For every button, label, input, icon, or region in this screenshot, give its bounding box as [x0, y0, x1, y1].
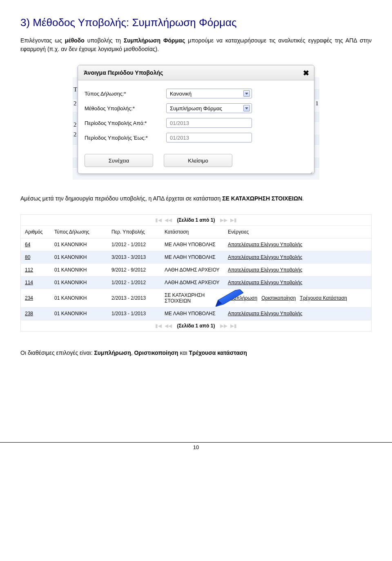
- row-status: ΣΕ ΚΑΤΑΧΩΡΗΣΗ ΣΤΟΙΧΕΙΩΝ: [160, 289, 224, 307]
- intro-text: Επιλέγοντας ως: [20, 37, 65, 44]
- row-type: 01 ΚΑΝΟΝΙΚΗ: [50, 238, 107, 251]
- submission-method-label: Μέθοδος Υποβολής:*: [85, 105, 166, 111]
- row-period: 1/2012 - 1/2012: [107, 238, 160, 251]
- chevron-down-icon: [243, 90, 250, 97]
- row-id-link[interactable]: 64: [25, 242, 30, 247]
- row-actions: Αποτελέσματα Ελέγχου Υποβολής: [224, 276, 371, 289]
- footer-bold-2: Οριστικοποίηση: [134, 350, 178, 356]
- resize-handle-icon[interactable]: [308, 167, 313, 172]
- row-action-link[interactable]: Τρέχουσα Κατάσταση: [300, 295, 347, 301]
- footer-text: και: [178, 350, 189, 356]
- intro-bold-method: μέθοδο: [65, 37, 85, 44]
- col-header-id: Αριθμός: [21, 226, 50, 238]
- row-status: ΜΕ ΛΑΘΗ ΥΠΟΒΟΛΗΣ: [160, 307, 224, 320]
- col-header-period: Περ. Υποβολής: [107, 226, 160, 238]
- pager-prev-icon[interactable]: ◀◀: [164, 322, 172, 329]
- chevron-down-icon: [243, 105, 250, 111]
- footer-bold-1: Συμπλήρωση: [94, 350, 131, 356]
- bg-marker: Τ: [74, 86, 77, 93]
- continue-button[interactable]: Συνέχεια: [85, 154, 153, 167]
- bg-marker: 2: [74, 121, 77, 128]
- bg-marker: 1: [316, 100, 319, 107]
- table-row: 11201 ΚΑΝΟΝΙΚΗ9/2012 - 9/2012ΛΑΘΗ ΔΟΜΗΣ …: [21, 264, 371, 276]
- row-action-link[interactable]: Αποτελέσματα Ελέγχου Υποβολής: [228, 242, 302, 247]
- row-status: ΛΑΘΗ ΔΟΜΗΣ ΑΡΧΕΙΟΥ: [160, 276, 224, 289]
- grid-container: ▮◀ ◀◀ (Σελίδα 1 από 1) ▶▶ ▶▮ Αριθμός Τύπ…: [20, 214, 372, 332]
- row-action-link[interactable]: Αποτελέσματα Ελέγχου Υποβολής: [228, 254, 302, 260]
- row-type: 01 ΚΑΝΟΝΙΚΗ: [50, 276, 107, 289]
- mid-text: Αμέσως μετά την δημιουργία περιόδου υποβ…: [20, 195, 222, 202]
- table-row: 11401 ΚΑΝΟΝΙΚΗ1/2012 - 1/2012ΛΑΘΗ ΔΟΜΗΣ …: [21, 276, 371, 289]
- footer-bold-3: Τρέχουσα κατάσταση: [189, 350, 247, 356]
- row-period: 9/2012 - 9/2012: [107, 264, 160, 276]
- period-to-label: Περίοδος Υποβολής Έως:*: [85, 135, 166, 141]
- mid-text: .: [302, 195, 304, 202]
- intro-text: υποβολής τη: [85, 37, 124, 44]
- col-header-status: Κατάσταση: [160, 226, 224, 238]
- period-from-label: Περίοδος Υποβολής Από:*: [85, 120, 166, 126]
- footer-text: Οι διαθέσιμες επιλογές είναι:: [20, 350, 94, 356]
- row-actions: Αποτελέσματα Ελέγχου Υποβολής: [224, 251, 371, 264]
- row-type: 01 ΚΑΝΟΝΙΚΗ: [50, 307, 107, 320]
- row-action-link[interactable]: Αποτελέσματα Ελέγχου Υποβολής: [228, 311, 302, 316]
- pager-label: (Σελίδα 1 από 1): [174, 323, 218, 329]
- close-icon[interactable]: ✖: [303, 69, 309, 78]
- row-period: 3/2013 - 3/2013: [107, 251, 160, 264]
- pager-next-icon[interactable]: ▶▶: [220, 216, 228, 224]
- row-type: 01 ΚΑΝΟΝΙΚΗ: [50, 251, 107, 264]
- table-row: 23801 ΚΑΝΟΝΙΚΗ1/2013 - 1/2013ΜΕ ΛΑΘΗ ΥΠΟ…: [21, 307, 371, 320]
- row-period: 1/2012 - 1/2012: [107, 276, 160, 289]
- row-actions: ΣυμπλήρωσηΟριστικοποίησηΤρέχουσα Κατάστα…: [224, 289, 371, 307]
- table-row: 6401 ΚΑΝΟΝΙΚΗ1/2012 - 1/2012ΜΕ ΛΑΘΗ ΥΠΟΒ…: [21, 238, 371, 251]
- page-number: 10: [193, 444, 199, 450]
- table-row: 23401 ΚΑΝΟΝΙΚΗ2/2013 - 2/2013ΣΕ ΚΑΤΑΧΩΡΗ…: [21, 289, 371, 307]
- pager-prev-icon[interactable]: ◀◀: [164, 216, 172, 224]
- section-heading: 3) Μέθοδος Υποβολής: Συμπλήρωση Φόρμας: [20, 16, 372, 29]
- pager-last-icon[interactable]: ▶▮: [229, 216, 238, 224]
- pager-top: ▮◀ ◀◀ (Σελίδα 1 από 1) ▶▶ ▶▮: [21, 215, 371, 226]
- row-id-link[interactable]: 112: [25, 267, 33, 273]
- pager-next-icon[interactable]: ▶▶: [220, 322, 228, 329]
- mid-bold-status: ΣΕ ΚΑΤΑΧΩΡΗΣΗ ΣΤΟΙΧΕΙΩΝ: [222, 195, 302, 202]
- submission-method-select[interactable]: Συμπλήρωση Φόρμας: [166, 103, 252, 113]
- row-id-link[interactable]: 80: [25, 254, 30, 260]
- row-action-link[interactable]: Συμπλήρωση: [228, 295, 257, 301]
- row-id-link[interactable]: 238: [25, 311, 33, 316]
- dialog-header: Άνοιγμα Περιόδου Υποβολής ✖: [78, 65, 314, 80]
- intro-paragraph: Επιλέγοντας ως μέθοδο υποβολής τη Συμπλή…: [20, 36, 372, 53]
- open-period-dialog: Άνοιγμα Περιόδου Υποβολής ✖ Τύπος Δήλωση…: [78, 65, 314, 174]
- row-type: 01 ΚΑΝΟΝΙΚΗ: [50, 264, 107, 276]
- pager-first-icon[interactable]: ▮◀: [154, 322, 163, 329]
- pager-first-icon[interactable]: ▮◀: [154, 216, 163, 224]
- mid-paragraph: Αμέσως μετά την δημιουργία περιόδου υποβ…: [20, 194, 372, 203]
- page-footer: 10: [0, 442, 392, 463]
- pager-last-icon[interactable]: ▶▮: [229, 322, 238, 329]
- bg-marker: 2: [74, 100, 77, 107]
- pager-label: (Σελίδα 1 από 1): [174, 217, 218, 223]
- row-actions: Αποτελέσματα Ελέγχου Υποβολής: [224, 307, 371, 320]
- declaration-type-value: Κανονική: [170, 91, 192, 97]
- row-period: 2/2013 - 2/2013: [107, 289, 160, 307]
- row-id-link[interactable]: 114: [25, 280, 33, 285]
- row-period: 1/2013 - 1/2013: [107, 307, 160, 320]
- row-action-link[interactable]: Αποτελέσματα Ελέγχου Υποβολής: [228, 280, 302, 285]
- row-action-link[interactable]: Οριστικοποίηση: [261, 295, 296, 301]
- pager-bottom: ▮◀ ◀◀ (Σελίδα 1 από 1) ▶▶ ▶▮: [21, 320, 371, 331]
- period-from-input[interactable]: [166, 118, 252, 128]
- row-type: 01 ΚΑΝΟΝΙΚΗ: [50, 289, 107, 307]
- table-row: 8001 ΚΑΝΟΝΙΚΗ3/2013 - 3/2013ΜΕ ΛΑΘΗ ΥΠΟΒ…: [21, 251, 371, 264]
- period-to-input[interactable]: [166, 133, 252, 142]
- declaration-type-select[interactable]: Κανονική: [166, 89, 252, 98]
- row-action-link[interactable]: Αποτελέσματα Ελέγχου Υποβολής: [228, 267, 302, 273]
- row-status: ΜΕ ΛΑΘΗ ΥΠΟΒΟΛΗΣ: [160, 251, 224, 264]
- submission-method-value: Συμπλήρωση Φόρμας: [170, 105, 222, 111]
- row-status: ΛΑΘΗ ΔΟΜΗΣ ΑΡΧΕΙΟΥ: [160, 264, 224, 276]
- footer-paragraph: Οι διαθέσιμες επιλογές είναι: Συμπλήρωση…: [20, 349, 372, 357]
- close-button[interactable]: Κλείσιμο: [164, 154, 232, 167]
- declaration-type-label: Τύπος Δήλωσης:*: [85, 91, 166, 97]
- row-status: ΜΕ ΛΑΘΗ ΥΠΟΒΟΛΗΣ: [160, 238, 224, 251]
- row-actions: Αποτελέσματα Ελέγχου Υποβολής: [224, 264, 371, 276]
- row-id-link[interactable]: 234: [25, 295, 33, 301]
- dialog-screenshot: Τ 2 1 2 2 Άνοιγμα Περιόδου Υποβολής ✖ Τύ…: [78, 65, 314, 174]
- col-header-actions: Ενέργειες: [224, 226, 371, 238]
